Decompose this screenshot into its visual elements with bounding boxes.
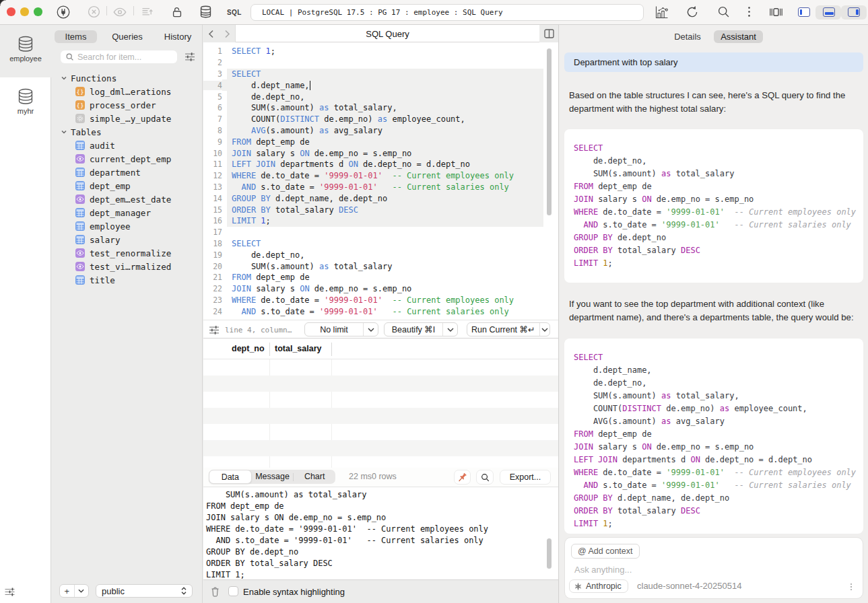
tab-items[interactable]: Items xyxy=(55,30,97,43)
result-row[interactable] xyxy=(203,408,558,424)
tree-item[interactable]: department xyxy=(52,166,202,179)
tab-details[interactable]: Details xyxy=(667,30,708,43)
pin-button[interactable] xyxy=(454,470,471,485)
editor-line[interactable]: 1SELECT 1; xyxy=(203,46,558,57)
nav-forward-icon[interactable] xyxy=(224,30,230,38)
editor-settings-sliders-icon[interactable] xyxy=(209,325,220,335)
tree-item[interactable]: test_vi…rmalized xyxy=(52,260,202,273)
assistant-code-block[interactable]: SELECT d.dept_name, de.dept_no, SUM(s.am… xyxy=(564,339,863,534)
import-lines-icon[interactable] xyxy=(137,3,156,22)
editor-line[interactable]: 24 AND s.to_date = '9999-01-01' -- Curre… xyxy=(203,306,558,317)
editor-line[interactable]: 6 SUM(s.amount) as total_salary, xyxy=(203,102,558,114)
editor-line[interactable]: 8 AVG(s.amount) as avg_salary xyxy=(203,125,558,137)
tree-item[interactable]: dept_em…est_date xyxy=(52,192,202,206)
tree-item[interactable]: current_dept_emp xyxy=(52,152,202,166)
column-separator[interactable] xyxy=(269,343,270,356)
active-tab-title[interactable]: SQL Query xyxy=(236,25,539,42)
add-item-plus[interactable]: + xyxy=(60,585,74,597)
editor-line[interactable]: 15ORDER BY total_salary DESC xyxy=(203,204,558,215)
more-dots-icon[interactable] xyxy=(739,3,758,22)
export-button[interactable]: Export... xyxy=(500,470,551,485)
zoom-window-button[interactable] xyxy=(34,7,42,16)
tab-message[interactable]: Message xyxy=(252,470,294,484)
eye-icon[interactable] xyxy=(110,3,129,22)
column-header-total-salary[interactable]: total_salary xyxy=(275,344,321,353)
tab-history[interactable]: History xyxy=(158,30,197,43)
editor-line[interactable]: 13 AND s.to_date = '9999-01-01' -- Curre… xyxy=(203,182,558,193)
editor-line[interactable]: 22JOIN salary s ON de.emp_no = s.emp_no xyxy=(203,283,558,295)
disconnect-circle-x-icon[interactable] xyxy=(84,3,103,22)
layout-right-panel-toggle[interactable] xyxy=(848,7,860,17)
layout-left-panel-toggle[interactable] xyxy=(798,7,810,17)
run-current-dropdown[interactable]: Run Current ⌘↵ xyxy=(467,322,550,336)
results-grid[interactable]: dept_no total_salary xyxy=(203,339,558,468)
result-row[interactable] xyxy=(203,392,558,408)
editor-line[interactable]: 11LEFT JOIN departments d ON de.dept_no … xyxy=(203,159,558,170)
minimize-window-button[interactable] xyxy=(20,7,29,16)
tree-item[interactable]: simple_…y_update xyxy=(52,112,202,125)
query-log[interactable]: SUM(s.amount) as total_salaryFROM dept_e… xyxy=(203,487,558,579)
editor-line[interactable]: 7 COUNT(DISTINCT de.emp_no) as employee_… xyxy=(203,114,558,125)
log-scrollbar[interactable] xyxy=(547,538,552,569)
editor-line[interactable]: 19 de.dept_no, xyxy=(203,249,558,260)
connection-plug-icon[interactable] xyxy=(54,3,73,22)
tree-item[interactable]: {}log_dml…erations xyxy=(52,85,202,98)
chevron-down-icon[interactable] xyxy=(61,75,67,81)
beautify-dropdown[interactable]: Beautify ⌘I xyxy=(384,322,458,336)
tree-item[interactable]: dept_manager xyxy=(52,206,202,219)
connection-item-myhr[interactable]: myhr xyxy=(0,77,51,130)
assistant-code-block[interactable]: SELECT de.dept_no, SUM(s.amount) as tota… xyxy=(564,129,863,283)
editor-line[interactable]: 20 SUM(s.amount) as total_salary xyxy=(203,260,558,272)
tab-assistant[interactable]: Assistant xyxy=(714,30,763,43)
focus-mode-icon[interactable] xyxy=(766,3,785,22)
editor-line[interactable]: 12WHERE de.to_date = '9999-01-01' -- Cur… xyxy=(203,170,558,182)
database-icon[interactable] xyxy=(196,3,215,22)
result-row[interactable] xyxy=(203,456,558,468)
column-header-dept-no[interactable]: dept_no xyxy=(232,344,265,353)
split-pane-icon[interactable] xyxy=(539,25,558,42)
lock-icon[interactable] xyxy=(168,3,187,22)
editor-line[interactable]: 3SELECT xyxy=(203,69,558,80)
editor-line[interactable]: 9FROM dept_emp de xyxy=(203,136,558,147)
syntax-highlighting-checkbox[interactable] xyxy=(228,586,238,596)
editor-line[interactable]: 4 d.dept_name, xyxy=(203,79,558,91)
nav-back-icon[interactable] xyxy=(208,30,214,38)
result-row[interactable] xyxy=(203,359,558,376)
editor-line[interactable]: 18SELECT xyxy=(203,238,558,250)
tab-data[interactable]: Data xyxy=(209,470,252,484)
sidebar-search-input[interactable]: Search for item... xyxy=(61,50,177,63)
editor-scrollbar[interactable] xyxy=(547,48,552,215)
chart-icon[interactable] xyxy=(653,3,671,22)
refresh-icon[interactable] xyxy=(683,3,702,22)
tree-group-functions[interactable]: Functions xyxy=(52,71,202,85)
assistant-more-dots-icon[interactable] xyxy=(846,582,856,592)
tree-item[interactable]: salary xyxy=(52,233,202,246)
tab-chart[interactable]: Chart xyxy=(294,470,335,484)
tree-item[interactable]: employee xyxy=(52,219,202,233)
editor-line[interactable]: 17 xyxy=(203,227,558,238)
provider-chip[interactable]: Anthropic xyxy=(569,579,628,593)
tree-item[interactable]: dept_emp xyxy=(52,179,202,192)
editor-line[interactable]: 5 de.dept_no, xyxy=(203,91,558,102)
results-search-button[interactable] xyxy=(476,470,494,485)
editor-line[interactable]: 10JOIN salary s ON de.emp_no = s.emp_no xyxy=(203,147,558,159)
window-title-field[interactable]: LOCAL | PostgreSQL 17.5 : PG 17 : employ… xyxy=(251,4,644,21)
result-row[interactable] xyxy=(203,424,558,440)
editor-line[interactable]: 23WHERE de.to_date = '9999-01-01' -- Cur… xyxy=(203,295,558,306)
sidebar-filter-sliders-icon[interactable] xyxy=(185,52,195,62)
result-row[interactable] xyxy=(203,376,558,392)
trash-icon[interactable] xyxy=(210,586,220,597)
tree-item[interactable]: audit xyxy=(52,139,202,152)
tree-item[interactable]: title xyxy=(52,273,202,287)
layout-bottom-panel-toggle[interactable] xyxy=(823,7,835,17)
sql-editor[interactable]: 1SELECT 1;23SELECT4 d.dept_name,5 de.dep… xyxy=(203,43,558,320)
editor-line[interactable]: 16LIMIT 1; xyxy=(203,215,558,227)
editor-line[interactable]: 2 xyxy=(203,57,558,69)
editor-line[interactable]: 14GROUP BY d.dept_name, de.dept_no xyxy=(203,192,558,204)
search-icon[interactable] xyxy=(714,3,733,22)
rail-settings-sliders-icon[interactable] xyxy=(5,587,15,597)
tree-group-tables[interactable]: Tables xyxy=(52,125,202,139)
add-item-chevron[interactable] xyxy=(74,585,89,597)
add-context-chip[interactable]: @ Add context xyxy=(571,544,640,559)
tree-item[interactable]: test_renormalize xyxy=(52,246,202,260)
